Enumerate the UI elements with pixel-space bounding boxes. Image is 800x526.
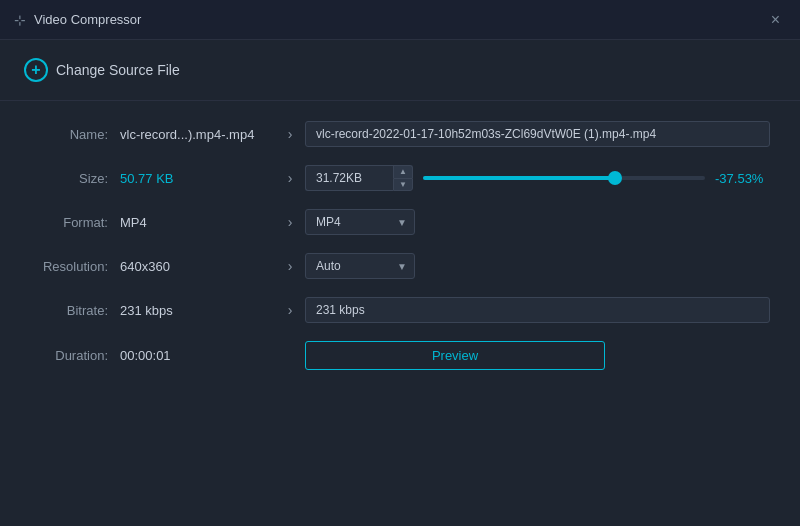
arrow-right-icon-3: › [288,214,293,230]
arrow-right-icon: › [288,126,293,142]
format-select-wrap: MP4 AVI MOV MKV ▼ [305,209,415,235]
size-spinner-down[interactable]: ▼ [393,178,413,192]
format-source-value: MP4 [120,215,275,230]
size-source-text: 50.77 KB [120,171,174,186]
bitrate-row: Bitrate: 231 kbps › 231 kbps [30,297,770,323]
drag-icon: ⊹ [14,12,26,28]
title-bar-left: ⊹ Video Compressor [14,12,141,28]
bitrate-arrow: › [275,302,305,318]
app-title: Video Compressor [34,12,141,27]
close-button[interactable]: × [765,9,786,31]
size-spinner-up[interactable]: ▲ [393,165,413,178]
name-label: Name: [30,127,120,142]
toolbar: + Change Source File [0,40,800,101]
resolution-target-area: Auto 1280x720 640x360 320x180 ▼ [305,253,770,279]
name-source-value: vlc-record...).mp4-.mp4 [120,127,275,142]
change-source-label: Change Source File [56,62,180,78]
resolution-arrow: › [275,258,305,274]
duration-row: Duration: 00:00:01 Preview [30,341,770,370]
format-target-area: MP4 AVI MOV MKV ▼ [305,209,770,235]
preview-button[interactable]: Preview [305,341,605,370]
duration-target-area: Preview [305,341,770,370]
duration-label: Duration: [30,348,120,363]
resolution-select-wrap: Auto 1280x720 640x360 320x180 ▼ [305,253,415,279]
format-arrow: › [275,214,305,230]
format-select[interactable]: MP4 AVI MOV MKV [305,209,415,235]
resolution-source-value: 640x360 [120,259,275,274]
name-target-area: vlc-record-2022-01-17-10h52m03s-ZCl69dVt… [305,121,770,147]
size-percent-label: -37.53% [715,171,770,186]
resolution-row: Resolution: 640x360 › Auto 1280x720 640x… [30,253,770,279]
size-target-area: 31.72KB ▲ ▼ -37.53% [305,165,770,191]
bitrate-source-value: 231 kbps [120,303,275,318]
main-content: Name: vlc-record...).mp4-.mp4 › vlc-reco… [0,101,800,408]
size-spinner[interactable]: ▲ ▼ [393,165,413,191]
duration-source-value: 00:00:01 [120,348,275,363]
size-arrow: › [275,170,305,186]
arrow-right-icon-4: › [288,258,293,274]
format-row: Format: MP4 › MP4 AVI MOV MKV ▼ [30,209,770,235]
arrow-right-icon-2: › [288,170,293,186]
size-target-value: 31.72KB [305,165,393,191]
resolution-label: Resolution: [30,259,120,274]
size-slider-container: -37.53% [423,171,770,186]
resolution-select[interactable]: Auto 1280x720 640x360 320x180 [305,253,415,279]
size-slider-thumb[interactable] [608,171,622,185]
name-row: Name: vlc-record...).mp4-.mp4 › vlc-reco… [30,121,770,147]
bitrate-label: Bitrate: [30,303,120,318]
bitrate-target-area: 231 kbps [305,297,770,323]
size-label: Size: [30,171,120,186]
format-label: Format: [30,215,120,230]
size-row: Size: 50.77 KB › 31.72KB ▲ ▼ -37.53% [30,165,770,191]
arrow-right-icon-5: › [288,302,293,318]
size-slider-fill [423,176,615,180]
bitrate-target-value[interactable]: 231 kbps [305,297,770,323]
add-icon: + [24,58,48,82]
size-slider-track[interactable] [423,176,705,180]
name-arrow: › [275,126,305,142]
size-input-group: 31.72KB ▲ ▼ [305,165,413,191]
title-bar: ⊹ Video Compressor × [0,0,800,40]
size-source-value: 50.77 KB [120,171,275,186]
name-target-value: vlc-record-2022-01-17-10h52m03s-ZCl69dVt… [305,121,770,147]
change-source-button[interactable]: + Change Source File [16,54,188,86]
